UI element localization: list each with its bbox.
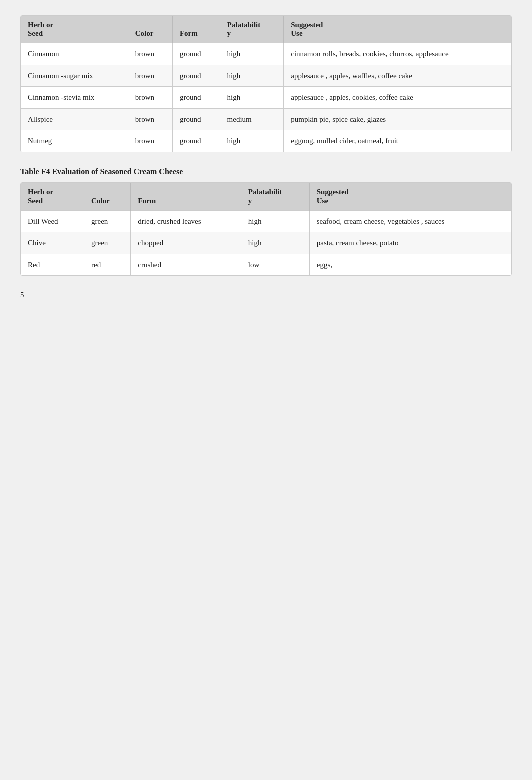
- table-cell-color: brown: [128, 130, 172, 152]
- col-form-2: Form: [131, 183, 241, 211]
- table-cell-herb: Cinnamon -sugar mix: [21, 65, 128, 87]
- table-cell-form: ground: [172, 43, 220, 65]
- table-cell-color: brown: [128, 87, 172, 109]
- table-cell-form: chopped: [131, 232, 241, 254]
- col-herb-seed-1: Herb orSeed: [21, 16, 128, 43]
- col-herb-seed-2: Herb orSeed: [21, 183, 84, 211]
- table-cell-color: red: [84, 254, 131, 275]
- table-cell-palatability: high: [241, 210, 309, 232]
- table-cell-suggested_use: applesauce , apples, cookies, coffee cak…: [284, 87, 511, 109]
- table-cell-color: brown: [128, 65, 172, 87]
- table-cell-palatability: high: [220, 43, 284, 65]
- table-row: Cinnamonbrowngroundhighcinnamon rolls, b…: [21, 43, 511, 65]
- table-row: Redredcrushedloweggs,: [21, 254, 511, 275]
- table-cell-form: ground: [172, 87, 220, 109]
- table-cell-suggested_use: eggs,: [309, 254, 511, 275]
- col-suggested-use-1: SuggestedUse: [284, 16, 511, 43]
- table-row: Dill Weedgreendried, crushed leaveshighs…: [21, 210, 511, 232]
- table-row: Chivegreenchoppedhighpasta, cream cheese…: [21, 232, 511, 254]
- table-cell-herb: Chive: [21, 232, 84, 254]
- col-color-2: Color: [84, 183, 131, 211]
- table-cell-suggested_use: cinnamon rolls, breads, cookies, churros…: [284, 43, 511, 65]
- cream-cheese-table: Herb orSeed Color Form Palatability Sugg…: [20, 182, 512, 276]
- table-cell-palatability: high: [220, 87, 284, 109]
- table-cell-palatability: high: [241, 232, 309, 254]
- table-cell-form: ground: [172, 65, 220, 87]
- table-cell-palatability: high: [220, 65, 284, 87]
- col-color-1: Color: [128, 16, 172, 43]
- table-cell-color: green: [84, 210, 131, 232]
- table-cell-color: brown: [128, 43, 172, 65]
- col-palatability-2: Palatability: [241, 183, 309, 211]
- table-row: Cinnamon -stevia mixbrowngroundhighapple…: [21, 87, 511, 109]
- table-cell-suggested_use: pasta, cream cheese, potato: [309, 232, 511, 254]
- table-cell-color: green: [84, 232, 131, 254]
- table-cell-suggested_use: applesauce , apples, waffles, coffee cak…: [284, 65, 511, 87]
- table-row: Nutmegbrowngroundhigheggnog, mulled cide…: [21, 130, 511, 152]
- table-cell-suggested_use: eggnog, mulled cider, oatmeal, fruit: [284, 130, 511, 152]
- table-cell-palatability: medium: [220, 108, 284, 130]
- spices-table: Herb orSeed Color Form Palatability Sugg…: [20, 15, 512, 152]
- table-cell-herb: Cinnamon: [21, 43, 128, 65]
- table-cell-palatability: high: [220, 130, 284, 152]
- table-cell-herb: Dill Weed: [21, 210, 84, 232]
- table-cell-herb: Cinnamon -stevia mix: [21, 87, 128, 109]
- table2-title: Table F4 Evaluation of Seasoned Cream Ch…: [20, 167, 512, 176]
- table-cell-suggested_use: seafood, cream cheese, vegetables , sauc…: [309, 210, 511, 232]
- col-palatability-1: Palatability: [220, 16, 284, 43]
- col-suggested-use-2: SuggestedUse: [309, 183, 511, 211]
- table-row: Allspicebrowngroundmediumpumpkin pie, sp…: [21, 108, 511, 130]
- table-cell-herb: Nutmeg: [21, 130, 128, 152]
- table-cell-herb: Red: [21, 254, 84, 275]
- table-cell-color: brown: [128, 108, 172, 130]
- table-row: Cinnamon -sugar mixbrowngroundhighapples…: [21, 65, 511, 87]
- col-form-1: Form: [172, 16, 220, 43]
- table-cell-palatability: low: [241, 254, 309, 275]
- table-cell-form: dried, crushed leaves: [131, 210, 241, 232]
- table-cell-form: ground: [172, 108, 220, 130]
- table-cell-herb: Allspice: [21, 108, 128, 130]
- table-cell-suggested_use: pumpkin pie, spice cake, glazes: [284, 108, 511, 130]
- table-cell-form: ground: [172, 130, 220, 152]
- table-cell-form: crushed: [131, 254, 241, 275]
- page-number: 5: [20, 291, 512, 299]
